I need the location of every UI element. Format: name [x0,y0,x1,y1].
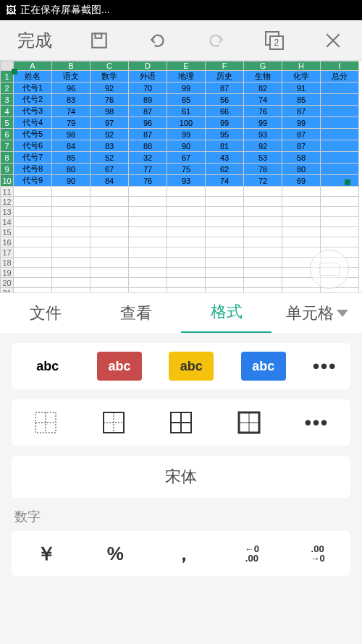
cell[interactable] [282,288,321,293]
cell[interactable] [129,197,167,207]
cell[interactable] [129,187,167,197]
cell[interactable] [90,217,129,227]
fill-more[interactable]: ••• [313,355,337,378]
cell[interactable]: 82 [244,82,282,94]
cell[interactable] [206,247,244,258]
cell[interactable] [206,278,244,288]
cell[interactable] [206,207,244,217]
cell[interactable] [244,217,282,227]
cell[interactable] [167,247,206,258]
cell[interactable] [321,164,359,175]
cell[interactable] [90,237,129,247]
tabs-button[interactable]: 2 [257,26,292,55]
cell[interactable]: 代号9 [14,175,52,187]
cell[interactable]: 76 [90,94,129,106]
tab-cell[interactable]: 单元格 [272,294,362,333]
cell[interactable] [90,258,129,268]
cell[interactable]: 79 [52,117,90,129]
cell[interactable]: 数学 [90,71,129,82]
cell[interactable] [206,187,244,197]
cell[interactable] [90,207,129,217]
cell[interactable]: 62 [206,164,244,175]
cell[interactable] [14,278,52,288]
cell[interactable] [167,237,206,247]
cell[interactable] [321,106,359,117]
cell[interactable] [206,197,244,207]
tab-file[interactable]: 文件 [0,294,90,333]
cell[interactable] [206,268,244,278]
cell[interactable]: 83 [90,140,129,152]
cell[interactable]: 75 [167,164,206,175]
cell[interactable]: 61 [167,106,206,117]
fill-none[interactable]: abc [25,352,70,381]
cell[interactable]: 90 [167,140,206,152]
cell[interactable]: 93 [244,129,282,140]
percent-button[interactable]: % [107,543,124,565]
cell[interactable]: 67 [90,164,129,175]
cell[interactable] [52,237,90,247]
currency-button[interactable]: ￥ [37,541,56,567]
cell[interactable] [90,187,129,197]
cell[interactable] [52,258,90,268]
cell[interactable]: 生物 [244,71,282,82]
cell[interactable] [282,187,321,197]
cell[interactable]: 84 [52,140,90,152]
cell[interactable] [52,288,90,293]
cell[interactable]: 88 [129,140,167,152]
cell[interactable] [167,278,206,288]
border-outline[interactable] [101,410,126,435]
cell[interactable] [52,247,90,258]
cell[interactable]: 历史 [206,71,244,82]
keyboard-fab[interactable] [310,250,349,289]
cell[interactable]: 地理 [167,71,206,82]
cell[interactable]: 89 [129,94,167,106]
selection-handle-tl[interactable] [12,69,17,75]
cell[interactable] [167,258,206,268]
cell[interactable] [129,268,167,278]
cell[interactable]: 77 [129,164,167,175]
cell[interactable] [244,278,282,288]
cell[interactable] [14,247,52,258]
cell[interactable]: 66 [206,106,244,117]
cell[interactable] [52,227,90,237]
cell[interactable] [129,207,167,217]
cell[interactable]: 90 [52,175,90,187]
undo-button[interactable] [140,26,175,55]
selection-handle-br[interactable] [345,179,350,185]
cell[interactable]: 84 [90,175,129,187]
cell[interactable] [244,207,282,217]
border-all[interactable] [169,410,193,435]
cell[interactable]: 87 [129,129,167,140]
cell[interactable]: 74 [206,175,244,187]
cell[interactable] [282,197,321,207]
cell[interactable] [321,197,359,207]
cell[interactable]: 78 [244,164,282,175]
cell[interactable] [282,217,321,227]
font-card[interactable]: 宋体 [12,456,350,498]
cell[interactable]: 74 [244,94,282,106]
cell[interactable]: 52 [90,152,129,164]
cell[interactable] [90,278,129,288]
cell[interactable] [52,197,90,207]
cell[interactable]: 代号6 [14,140,52,152]
cell[interactable] [90,197,129,207]
cell[interactable]: 代号2 [14,94,52,106]
cell[interactable] [129,288,167,293]
cell[interactable] [90,247,129,258]
cell[interactable] [52,217,90,227]
cell[interactable] [129,247,167,258]
cell[interactable]: 80 [52,164,90,175]
cell[interactable]: 76 [129,175,167,187]
cell[interactable]: 97 [90,117,129,129]
thousand-button[interactable]: ， [174,541,193,567]
cell[interactable]: 92 [90,129,129,140]
cell[interactable] [14,197,52,207]
cell[interactable] [167,207,206,217]
spreadsheet[interactable]: ABCDEFGHI1姓名语文数学外语地理历史生物化学总分2代号196927099… [0,61,362,292]
cell[interactable]: 91 [282,82,321,94]
tab-view[interactable]: 查看 [90,294,181,333]
cell[interactable] [282,207,321,217]
cell[interactable]: 87 [206,82,244,94]
cell[interactable]: 99 [167,129,206,140]
fill-yellow[interactable]: abc [169,352,214,381]
